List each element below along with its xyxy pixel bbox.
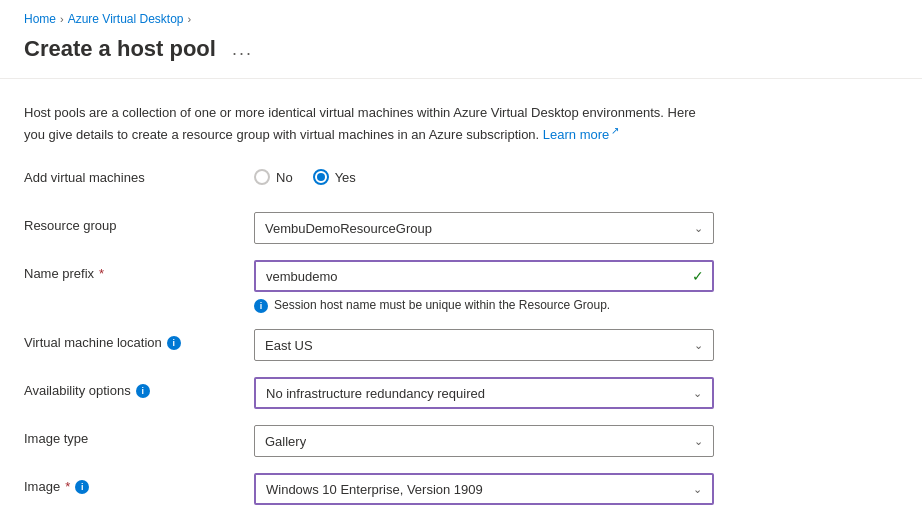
image-control: Windows 10 Enterprise, Version 1909 ⌄ Se… [254, 473, 714, 505]
breadcrumb-avd[interactable]: Azure Virtual Desktop [68, 12, 184, 26]
radio-option-yes[interactable]: Yes [313, 169, 356, 185]
vm-location-row: Virtual machine location i East US ⌄ [24, 329, 898, 361]
external-link-icon: ↗ [611, 125, 619, 136]
name-prefix-row: Name prefix * ✓ i Session host name must… [24, 260, 898, 313]
page-title: Create a host pool [24, 36, 216, 62]
image-label: Image * i [24, 473, 254, 494]
hint-text: Session host name must be unique within … [274, 298, 610, 312]
form-body: Add virtual machines No Yes Resource gro… [0, 164, 922, 505]
image-type-arrow: ⌄ [694, 435, 703, 448]
name-prefix-input-wrapper: ✓ [254, 260, 714, 292]
breadcrumb-home[interactable]: Home [24, 12, 56, 26]
image-required: * [65, 479, 70, 494]
header-divider [0, 78, 922, 79]
breadcrumb-sep-1: › [60, 13, 64, 25]
resource-group-dropdown[interactable]: VembuDemoResourceGroup ⌄ [254, 212, 714, 244]
learn-more-link[interactable]: Learn more↗ [543, 127, 619, 142]
vm-location-info-icon[interactable]: i [167, 336, 181, 350]
add-virtual-machines-radio-group: No Yes [254, 164, 714, 185]
resource-group-row: Resource group VembuDemoResourceGroup ⌄ [24, 212, 898, 244]
resource-group-value: VembuDemoResourceGroup [265, 221, 432, 236]
hint-info-icon: i [254, 299, 268, 313]
breadcrumb-sep-2: › [188, 13, 192, 25]
ellipsis-button[interactable]: ... [226, 37, 259, 62]
radio-no-input[interactable] [254, 169, 270, 185]
vm-location-value: East US [265, 338, 313, 353]
image-type-dropdown[interactable]: Gallery ⌄ [254, 425, 714, 457]
availability-options-dropdown[interactable]: No infrastructure redundancy required ⌄ [254, 377, 714, 409]
name-prefix-hint: i Session host name must be unique withi… [254, 298, 714, 313]
availability-options-value: No infrastructure redundancy required [266, 386, 485, 401]
image-type-control: Gallery ⌄ [254, 425, 714, 457]
resource-group-label: Resource group [24, 212, 254, 233]
vm-location-arrow: ⌄ [694, 339, 703, 352]
image-type-label: Image type [24, 425, 254, 446]
vm-location-dropdown[interactable]: East US ⌄ [254, 329, 714, 361]
image-value: Windows 10 Enterprise, Version 1909 [266, 482, 483, 497]
page-header: Create a host pool ... [0, 32, 922, 78]
breadcrumb: Home › Azure Virtual Desktop › [0, 0, 922, 32]
radio-no-label: No [276, 170, 293, 185]
name-prefix-control: ✓ i Session host name must be unique wit… [254, 260, 714, 313]
image-dropdown[interactable]: Windows 10 Enterprise, Version 1909 ⌄ [254, 473, 714, 505]
availability-options-label: Availability options i [24, 377, 254, 398]
add-virtual-machines-label: Add virtual machines [24, 164, 254, 185]
image-row: Image * i Windows 10 Enterprise, Version… [24, 473, 898, 505]
image-type-row: Image type Gallery ⌄ [24, 425, 898, 457]
resource-group-control: VembuDemoResourceGroup ⌄ [254, 212, 714, 244]
add-virtual-machines-row: Add virtual machines No Yes [24, 164, 898, 196]
resource-group-arrow: ⌄ [694, 222, 703, 235]
availability-options-info-icon[interactable]: i [136, 384, 150, 398]
vm-location-label: Virtual machine location i [24, 329, 254, 350]
availability-options-control: No infrastructure redundancy required ⌄ [254, 377, 714, 409]
vm-location-control: East US ⌄ [254, 329, 714, 361]
availability-options-row: Availability options i No infrastructure… [24, 377, 898, 409]
radio-yes-label: Yes [335, 170, 356, 185]
radio-option-no[interactable]: No [254, 169, 293, 185]
add-virtual-machines-control: No Yes [254, 164, 714, 185]
image-arrow: ⌄ [693, 483, 702, 496]
name-prefix-input[interactable] [254, 260, 714, 292]
availability-options-arrow: ⌄ [693, 387, 702, 400]
image-info-icon[interactable]: i [75, 480, 89, 494]
image-type-value: Gallery [265, 434, 306, 449]
name-prefix-label: Name prefix * [24, 260, 254, 281]
page-description: Host pools are a collection of one or mo… [0, 95, 730, 164]
name-prefix-check-icon: ✓ [692, 268, 704, 284]
name-prefix-required: * [99, 266, 104, 281]
radio-yes-input[interactable] [313, 169, 329, 185]
